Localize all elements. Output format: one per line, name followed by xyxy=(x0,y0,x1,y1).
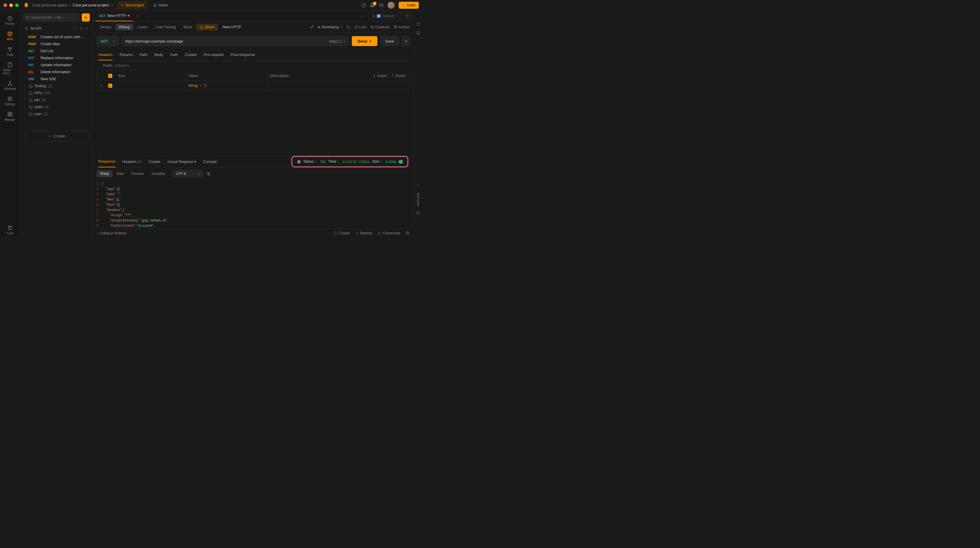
avatar[interactable] xyxy=(388,2,395,9)
resp-tab-actual[interactable]: Actual Request xyxy=(167,156,196,167)
rail-trash[interactable]: Trash xyxy=(2,223,18,237)
new-project-button[interactable]: ＋ New project xyxy=(117,1,147,9)
rail-schemas[interactable]: Schemas xyxy=(2,78,18,93)
req-tab-path[interactable]: Path xyxy=(140,49,148,60)
close-window[interactable] xyxy=(3,3,7,7)
search-input-wrap[interactable]: ●All▾ xyxy=(23,13,80,22)
encoding-select[interactable]: UTF-8▾ xyxy=(172,170,203,178)
status-select[interactable]: Developing▾ xyxy=(318,25,342,29)
breadcrumb-project[interactable]: Cora personal project xyxy=(73,3,109,7)
footer-settings[interactable]: Settings xyxy=(355,231,372,235)
http-version-select[interactable]: http/1.1▾ xyxy=(329,39,345,43)
api-item[interactable]: PUTReplace Information xyxy=(20,54,93,62)
mode-cases[interactable]: Cases xyxy=(134,24,151,30)
view-preview[interactable]: Preview xyxy=(128,170,147,177)
drag-handle-icon[interactable]: ⠿ xyxy=(97,84,105,88)
req-tab-params[interactable]: Params xyxy=(119,49,133,60)
method-select[interactable]: GET ▾ xyxy=(97,36,119,46)
expand-icon[interactable] xyxy=(416,31,420,35)
req-tab-post[interactable]: Post-response xyxy=(231,49,255,60)
save-more-button[interactable]: ▾ xyxy=(402,36,410,46)
archive-button[interactable]: Archive xyxy=(394,25,410,29)
tab-overflow-button[interactable]: ⋯ xyxy=(143,14,152,18)
all-api-row[interactable]: All API xyxy=(20,24,93,32)
mode-share[interactable]: Share xyxy=(196,24,218,30)
save-button[interactable]: Save xyxy=(380,36,399,46)
minimize-window[interactable] xyxy=(10,3,13,7)
import-button[interactable]: Import xyxy=(373,74,387,78)
resp-tab-cookie[interactable]: Cookie xyxy=(148,156,160,167)
mode-design[interactable]: Design xyxy=(97,24,115,30)
search-scope[interactable]: ●All▾ xyxy=(53,16,63,19)
resp-tab-headers[interactable]: Headers(7) xyxy=(123,156,142,167)
download-icon[interactable]: ↓ xyxy=(399,160,403,164)
chevron-down-icon[interactable]: ▾ xyxy=(200,84,201,87)
url-input[interactable]: https://echoapi.example.com/page http/1.… xyxy=(122,36,349,46)
notifications-button[interactable]: 3 xyxy=(370,3,375,8)
public-header-toggle[interactable]: ⌄ Public (header) xyxy=(93,60,414,70)
mode-debug[interactable]: Debug xyxy=(116,24,133,30)
environment-select[interactable]: D Default ▾ xyxy=(368,12,401,19)
sync-icon[interactable] xyxy=(361,3,366,8)
next-tab-icon[interactable]: › xyxy=(364,14,366,18)
mode-load-testing[interactable]: Load Testing xyxy=(152,24,180,30)
help-icon[interactable] xyxy=(406,231,409,235)
req-tab-body[interactable]: Body xyxy=(154,49,163,60)
share-button-top[interactable]: Share xyxy=(150,2,171,9)
invite-button[interactable]: Invite xyxy=(399,2,419,9)
collapse-sidebar-button[interactable]: ‹ Collapse Sidebar xyxy=(97,231,126,235)
refresh-icon[interactable] xyxy=(73,27,77,30)
response-body[interactable]: 123456789 { "args": {}, "data": "", "fil… xyxy=(93,180,414,229)
chevron-left-icon[interactable]: » xyxy=(417,184,419,188)
panel-icon[interactable] xyxy=(416,211,420,215)
sort-icon[interactable] xyxy=(85,27,89,30)
req-tab-cookie[interactable]: Cookie xyxy=(185,49,197,60)
rail-settings[interactable]: Settings xyxy=(2,94,18,108)
api-item[interactable]: DELDelete Information xyxy=(20,68,93,76)
req-tab-headers[interactable]: Headers xyxy=(98,49,113,60)
resp-tab-response[interactable]: Response xyxy=(98,156,116,167)
menu-icon[interactable]: ☰ xyxy=(404,12,411,19)
create-button[interactable]: ＋Create xyxy=(24,131,89,141)
api-item[interactable]: POSTCreate New xyxy=(20,41,93,48)
footer-cookie[interactable]: Cookie xyxy=(334,231,350,235)
locate-icon[interactable] xyxy=(80,27,83,30)
view-visualize[interactable]: Visualize xyxy=(148,170,169,177)
footer-community[interactable]: Community xyxy=(378,231,401,235)
folder-item[interactable]: ›pet (9) xyxy=(20,97,93,103)
api-item[interactable]: SSENew SSE xyxy=(20,76,93,83)
view-pretty[interactable]: Pretty xyxy=(97,170,113,177)
row-checkbox[interactable]: ✓ xyxy=(108,84,112,88)
rail-apis[interactable]: APIs xyxy=(2,29,18,43)
search-input[interactable] xyxy=(31,16,52,19)
api-item[interactable]: PATUpdate Information xyxy=(20,62,93,68)
api-item[interactable]: POSTCreates list of users with … xyxy=(20,33,93,41)
card-icon[interactable] xyxy=(379,3,383,8)
req-tab-auth[interactable]: Auth xyxy=(170,49,178,60)
resp-tab-console[interactable]: Console xyxy=(203,156,217,167)
req-tab-pre[interactable]: Pre-request xyxy=(204,49,224,60)
duplicate-button[interactable]: Duplicate xyxy=(371,25,390,29)
breadcrumb-space[interactable]: Cora personal space xyxy=(32,3,67,7)
export-button[interactable]: Export xyxy=(391,74,406,78)
value-input[interactable]: String ▾ * xyxy=(186,81,267,91)
select-all-checkbox[interactable]: ✓ xyxy=(108,74,112,78)
chevron-down-icon[interactable]: ▾ xyxy=(111,3,113,7)
rail-share-docs[interactable]: Share Docs xyxy=(2,60,18,77)
maximize-window[interactable] xyxy=(15,3,19,7)
send-button[interactable]: Send▾ xyxy=(352,36,377,46)
folder-item[interactable]: ›Testing (2) xyxy=(20,83,93,89)
rail-tests[interactable]: Tests xyxy=(2,44,18,59)
new-tab-button[interactable]: ＋ xyxy=(133,13,143,19)
swap-icon[interactable] xyxy=(346,25,350,29)
view-raw[interactable]: Raw xyxy=(113,170,127,177)
key-input[interactable] xyxy=(116,81,186,91)
folder-item[interactable]: ›store (4) xyxy=(20,103,93,110)
edit-icon[interactable] xyxy=(310,25,314,29)
mode-mock[interactable]: Mock xyxy=(180,24,196,30)
rail-history[interactable]: History xyxy=(2,13,18,28)
lock-button[interactable]: Lock xyxy=(355,25,366,29)
copy-icon[interactable] xyxy=(207,172,211,176)
rail-manage[interactable]: Manage xyxy=(2,109,18,124)
help-icon[interactable] xyxy=(416,22,420,26)
